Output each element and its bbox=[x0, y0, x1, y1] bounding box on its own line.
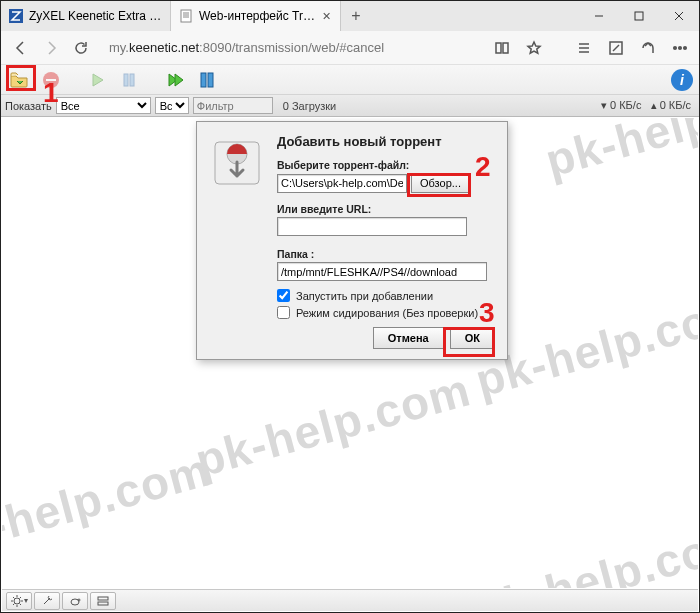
url-label: Или введите URL: bbox=[277, 203, 493, 215]
forward-button[interactable] bbox=[37, 34, 65, 62]
tab-label: ZyXEL Keenetic Extra BitTorrent bbox=[29, 9, 162, 23]
remove-torrent-button[interactable] bbox=[39, 68, 63, 92]
ok-button[interactable]: ОК bbox=[450, 327, 495, 349]
address-bar[interactable]: my.keenetic.net:8090/transmission/web/#c… bbox=[103, 36, 481, 60]
pick-file-label: Выберите торрент-файл: bbox=[277, 159, 493, 171]
app-toolbar: i bbox=[1, 65, 699, 95]
loads-count: 0 Загрузки bbox=[283, 100, 336, 112]
window-close-button[interactable] bbox=[659, 1, 699, 31]
watermark: pk-help.com bbox=[190, 362, 476, 487]
share-icon[interactable] bbox=[635, 34, 661, 62]
svg-rect-20 bbox=[124, 74, 128, 86]
svg-point-28 bbox=[78, 599, 80, 601]
svg-rect-9 bbox=[496, 43, 501, 53]
dialog-title: Добавить новый торрент bbox=[277, 134, 493, 149]
favorite-icon[interactable] bbox=[521, 34, 547, 62]
watermark: pk-help.com bbox=[540, 118, 698, 188]
favicon-zyxel bbox=[9, 9, 23, 23]
back-button[interactable] bbox=[7, 34, 35, 62]
svg-rect-23 bbox=[208, 73, 213, 87]
speed-readout: ▾ 0 КБ/с ▴ 0 КБ/с bbox=[601, 99, 695, 112]
speed-down: ▾ 0 КБ/с bbox=[601, 99, 641, 111]
dialog-app-icon bbox=[209, 134, 265, 190]
hub-icon[interactable] bbox=[571, 34, 597, 62]
start-all-button[interactable] bbox=[163, 68, 187, 92]
tab-close-icon[interactable]: ✕ bbox=[322, 10, 332, 23]
browser-address-row: my.keenetic.net:8090/transmission/web/#c… bbox=[1, 31, 699, 65]
add-torrent-dialog: Добавить новый торрент Выберите торрент-… bbox=[196, 121, 508, 360]
seedmode-label: Режим сидирования (Без проверки) bbox=[296, 307, 478, 319]
svg-rect-1 bbox=[181, 10, 191, 22]
browse-button[interactable]: Обзор... bbox=[411, 173, 470, 193]
svg-rect-21 bbox=[130, 74, 134, 86]
svg-rect-30 bbox=[98, 602, 108, 605]
status-bar: ▾ bbox=[2, 589, 698, 611]
filter-bar: Показать Все Все 0 Загрузки ▾ 0 КБ/с ▴ 0… bbox=[1, 95, 699, 117]
autostart-label: Запустить при добавлении bbox=[296, 290, 433, 302]
pause-button[interactable] bbox=[117, 68, 141, 92]
favicon-page bbox=[179, 9, 193, 23]
filter-tracker-select[interactable]: Все bbox=[155, 97, 189, 114]
refresh-button[interactable] bbox=[67, 34, 95, 62]
tools-button[interactable] bbox=[34, 592, 60, 610]
folder-label: Папка : bbox=[277, 248, 493, 260]
window-controls bbox=[579, 1, 699, 31]
svg-point-16 bbox=[679, 46, 682, 49]
filter-input[interactable] bbox=[193, 97, 273, 114]
svg-rect-29 bbox=[98, 597, 108, 600]
tab-label: Web-интерфейс Transmission bbox=[199, 9, 316, 23]
pause-all-button[interactable] bbox=[195, 68, 219, 92]
show-label: Показать bbox=[5, 100, 52, 112]
autostart-checkbox[interactable] bbox=[277, 289, 290, 302]
new-tab-button[interactable]: + bbox=[341, 1, 371, 31]
url-prefix: my. bbox=[109, 40, 129, 55]
svg-rect-22 bbox=[201, 73, 206, 87]
window-minimize-button[interactable] bbox=[579, 1, 619, 31]
url-input[interactable] bbox=[277, 217, 467, 236]
compact-button[interactable] bbox=[90, 592, 116, 610]
watermark: pk-help.com bbox=[2, 442, 216, 567]
browser-tab-0[interactable]: ZyXEL Keenetic Extra BitTorrent bbox=[1, 1, 171, 31]
note-icon[interactable] bbox=[603, 34, 629, 62]
torrent-list-area: pk-help.com pk-help.com pk-help.com pk-h… bbox=[2, 118, 698, 588]
browser-tabstrip: ZyXEL Keenetic Extra BitTorrent Web-инте… bbox=[1, 1, 699, 31]
url-host: keenetic.net bbox=[129, 40, 199, 55]
url-suffix: :8090/transmission/web/#cancel bbox=[199, 40, 384, 55]
svg-rect-10 bbox=[503, 43, 508, 53]
svg-rect-6 bbox=[635, 12, 643, 20]
folder-input[interactable] bbox=[277, 262, 487, 281]
torrent-file-input[interactable] bbox=[277, 174, 407, 193]
svg-rect-19 bbox=[46, 79, 56, 81]
watermark: pk-help.com bbox=[470, 512, 698, 588]
svg-point-15 bbox=[674, 46, 677, 49]
window-maximize-button[interactable] bbox=[619, 1, 659, 31]
reading-list-icon[interactable] bbox=[489, 34, 515, 62]
open-torrent-button[interactable] bbox=[7, 68, 31, 92]
start-button[interactable] bbox=[85, 68, 109, 92]
speed-up: ▴ 0 КБ/с bbox=[651, 99, 691, 111]
info-button[interactable]: i bbox=[671, 69, 693, 91]
svg-point-17 bbox=[684, 46, 687, 49]
turtle-button[interactable] bbox=[62, 592, 88, 610]
settings-button[interactable]: ▾ bbox=[6, 592, 32, 610]
filter-state-select[interactable]: Все bbox=[56, 97, 151, 114]
cancel-button[interactable]: Отмена bbox=[373, 327, 444, 349]
more-icon[interactable] bbox=[667, 34, 693, 62]
seedmode-checkbox[interactable] bbox=[277, 306, 290, 319]
browser-tab-1[interactable]: Web-интерфейс Transmission ✕ bbox=[171, 1, 341, 31]
svg-point-26 bbox=[14, 598, 20, 604]
